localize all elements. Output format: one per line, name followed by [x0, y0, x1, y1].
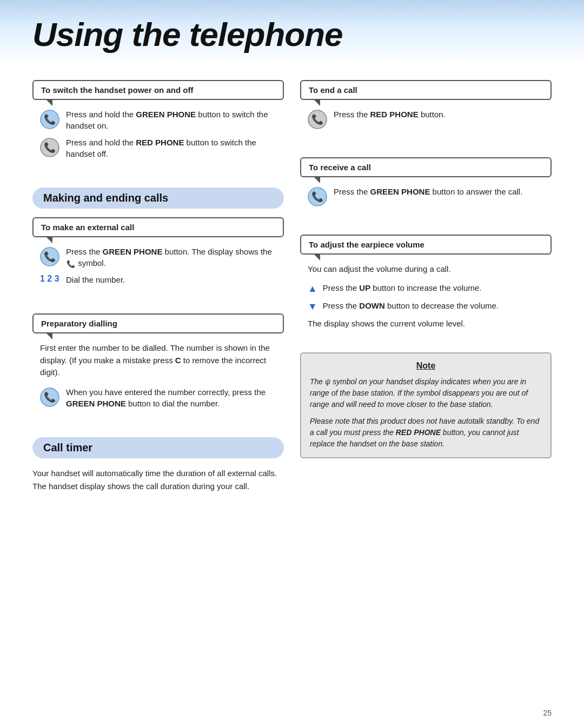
- two-column-layout: To switch the handset power on and off 📞…: [32, 80, 552, 493]
- switch-power-box: To switch the handset power on and off: [32, 80, 284, 100]
- preparatory-text: When you have entered the number correct…: [66, 386, 276, 409]
- display-phone-symbol: 📞: [66, 259, 76, 269]
- receive-call-content: 📞 Press the GREEN PHONE button to answer…: [300, 177, 552, 219]
- receive-call-section: To receive a call 📞 Press the GREEN PHON…: [300, 157, 552, 219]
- call-timer-text: Your handset will automatically time the…: [32, 467, 284, 493]
- arrow-up-icon: ▲: [308, 283, 317, 295]
- power-on-row: 📞 Press and hold the GREEN PHONE button …: [40, 109, 276, 131]
- switch-power-section: To switch the handset power on and off 📞…: [32, 80, 284, 172]
- note-box: Note The ψ symbol on your handset displa…: [300, 352, 552, 458]
- svg-text:📞: 📞: [44, 113, 56, 125]
- svg-text:📞: 📞: [67, 259, 76, 269]
- power-off-text: Press and hold the RED PHONE button to s…: [66, 137, 276, 159]
- earpiece-volume-section: To adjust the earpiece volume You can ad…: [300, 235, 552, 337]
- dial-number-row: 1 2 3 Dial the number.: [40, 274, 276, 285]
- end-call-box: To end a call: [300, 80, 552, 100]
- power-off-row: 📞 Press and hold the RED PHONE button to…: [40, 137, 276, 159]
- receive-call-text: Press the GREEN PHONE button to answer t…: [334, 186, 544, 197]
- page-number: 25: [543, 709, 552, 717]
- receive-call-box: To receive a call: [300, 157, 552, 177]
- volume-down-row: ▼ Press the DOWN button to decrease the …: [308, 300, 544, 312]
- title-area: Using the telephone: [0, 0, 584, 64]
- page: Using the telephone To switch the handse…: [0, 0, 584, 728]
- number-badge: 1 2 3: [40, 274, 61, 284]
- earpiece-volume-header: To adjust the earpiece volume: [301, 236, 550, 253]
- receive-call-row: 📞 Press the GREEN PHONE button to answer…: [308, 186, 544, 206]
- arrow-down-icon: ▼: [308, 301, 317, 312]
- external-call-content: 📞 Press the GREEN PHONE button. The disp…: [32, 237, 284, 298]
- green-phone-icon-2: 📞: [40, 247, 59, 266]
- earpiece-volume-content: You can adjust the volume during a call.…: [300, 255, 552, 337]
- green-phone-icon-4: 📞: [308, 187, 327, 206]
- preparatory-dialling-content: First enter the number to be dialled. Th…: [32, 333, 284, 422]
- green-phone-icon: 📞: [40, 110, 59, 129]
- svg-text:📞: 📞: [44, 251, 56, 263]
- external-call-box: To make an external call: [32, 217, 284, 237]
- right-column: To end a call 📞 Press the RED PHONE butt…: [300, 80, 552, 493]
- making-ending-calls-header: Making and ending calls: [32, 188, 284, 209]
- note-para1: The ψ symbol on your handset display ind…: [310, 376, 542, 410]
- end-call-header: To end a call: [301, 81, 550, 99]
- preparatory-para1: First enter the number to be dialled. Th…: [40, 342, 276, 379]
- red-phone-icon-2: 📞: [308, 110, 327, 129]
- call-timer-header: Call timer: [32, 437, 284, 458]
- svg-text:📞: 📞: [44, 391, 56, 403]
- external-call-section: To make an external call 📞 Press the GRE…: [32, 217, 284, 298]
- end-call-section: To end a call 📞 Press the RED PHONE butt…: [300, 80, 552, 142]
- volume-para2: The display shows the current volume lev…: [308, 318, 544, 330]
- red-phone-icon: 📞: [40, 138, 59, 157]
- make-call-row: 📞 Press the GREEN PHONE button. The disp…: [40, 246, 276, 269]
- end-call-content: 📞 Press the RED PHONE button.: [300, 100, 552, 142]
- svg-text:📞: 📞: [311, 191, 324, 203]
- note-title: Note: [310, 361, 542, 371]
- preparatory-green-row: 📞 When you have entered the number corre…: [40, 386, 276, 409]
- make-call-text: Press the GREEN PHONE button. The displa…: [66, 246, 276, 269]
- svg-text:📞: 📞: [44, 142, 56, 153]
- volume-down-text: Press the DOWN button to decrease the vo…: [323, 300, 544, 311]
- switch-power-content: 📞 Press and hold the GREEN PHONE button …: [32, 100, 284, 172]
- switch-power-header: To switch the handset power on and off: [34, 81, 283, 99]
- external-call-header: To make an external call: [34, 218, 283, 236]
- power-on-text: Press and hold the GREEN PHONE button to…: [66, 109, 276, 131]
- receive-call-header: To receive a call: [301, 158, 550, 176]
- earpiece-volume-box: To adjust the earpiece volume: [300, 235, 552, 255]
- left-column: To switch the handset power on and off 📞…: [32, 80, 284, 493]
- volume-up-row: ▲ Press the UP button to increase the vo…: [308, 282, 544, 295]
- preparatory-dialling-header: Preparatory dialling: [34, 315, 283, 332]
- end-call-row: 📞 Press the RED PHONE button.: [308, 109, 544, 129]
- volume-para1: You can adjust the volume during a call.: [308, 263, 544, 276]
- svg-text:📞: 📞: [311, 113, 324, 125]
- note-para2: Please note that this product does not h…: [310, 416, 542, 450]
- dial-number-text: Dial the number.: [66, 274, 276, 285]
- preparatory-dialling-box: Preparatory dialling: [32, 313, 284, 333]
- volume-up-text: Press the UP button to increase the volu…: [323, 282, 544, 293]
- green-phone-icon-3: 📞: [40, 388, 59, 407]
- preparatory-dialling-section: Preparatory dialling First enter the num…: [32, 313, 284, 422]
- page-title: Using the telephone: [32, 16, 552, 53]
- end-call-text: Press the RED PHONE button.: [334, 109, 544, 120]
